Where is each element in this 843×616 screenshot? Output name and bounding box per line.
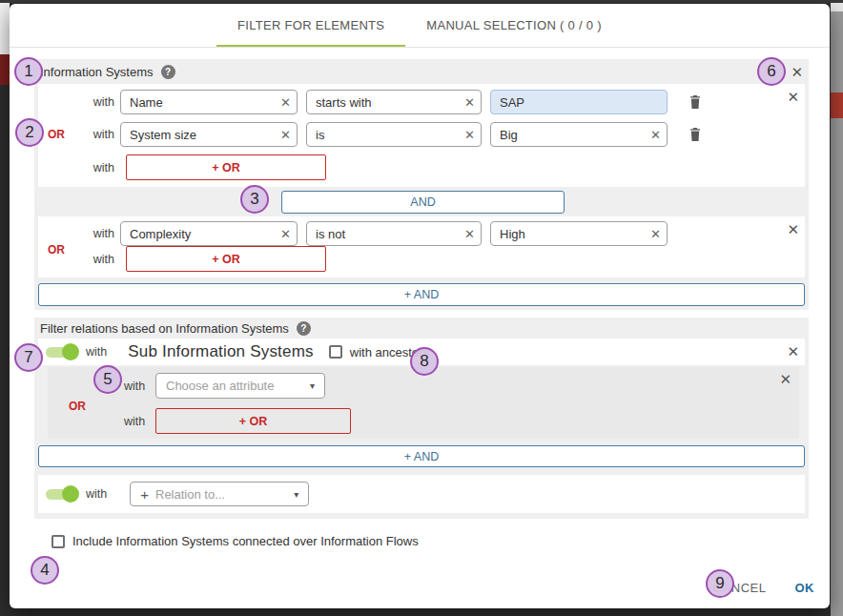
operator-select[interactable]: is ✕ — [306, 122, 482, 147]
dropdown-placeholder: Choose an attribute — [166, 379, 310, 393]
element-filter-section: Information Systems ? ✕ OR ✕ with Name ✕ — [34, 59, 809, 310]
or-group: OR ✕ with Complexity ✕ is not ✕ — [38, 216, 805, 277]
operator-value: is not — [316, 227, 345, 241]
filter-row: with Choose an attribute ▾ — [48, 373, 799, 399]
close-relation-icon[interactable]: ✕ — [787, 344, 799, 359]
backdrop-fragment — [831, 92, 843, 118]
value-text: SAP — [500, 95, 524, 110]
with-label: with — [82, 253, 114, 266]
filter-row: with + OR — [82, 154, 805, 180]
filter-dialog: FILTER FOR ELEMENTS MANUAL SELECTION ( 0… — [10, 4, 830, 608]
or-connector-label: OR — [48, 128, 65, 141]
filter-row: with + OR — [48, 408, 799, 434]
attribute-value: Name — [130, 95, 163, 110]
relation-toggle[interactable] — [46, 487, 78, 501]
clear-icon[interactable]: ✕ — [459, 227, 475, 241]
filter-row: with + OR — [82, 246, 805, 272]
dropdown-placeholder: Relation to... — [155, 487, 294, 502]
relation-to-dropdown[interactable]: + Relation to... ▾ — [130, 482, 309, 506]
attribute-select[interactable]: System size ✕ — [120, 122, 298, 147]
include-flows-checkbox[interactable] — [51, 535, 65, 548]
attribute-value: Complexity — [130, 227, 191, 241]
section-title: Information Systems — [40, 65, 154, 79]
and-connector-button[interactable]: AND — [281, 191, 565, 214]
value-input[interactable]: High ✕ — [490, 221, 668, 246]
clear-icon[interactable]: ✕ — [275, 95, 291, 110]
annotation-7: 7 — [14, 343, 43, 372]
backdrop-fragment — [0, 0, 843, 3]
with-label: with — [82, 227, 114, 240]
annotation-3: 3 — [240, 185, 269, 214]
with-label: with — [82, 128, 114, 141]
annotation-4: 4 — [31, 556, 59, 585]
add-relation-row: with + Relation to... ▾ — [38, 475, 805, 513]
relation-name: Sub Information Systems — [128, 342, 314, 361]
attribute-dropdown[interactable]: Choose an attribute ▾ — [155, 373, 325, 399]
tab-manual-selection[interactable]: MANUAL SELECTION ( 0 / 0 ) — [405, 4, 623, 47]
attribute-select[interactable]: Complexity ✕ — [120, 221, 298, 246]
operator-select[interactable]: starts with ✕ — [306, 90, 482, 114]
attribute-select[interactable]: Name ✕ — [120, 90, 298, 114]
backdrop-fragment — [0, 0, 10, 54]
with-ancestors-checkbox[interactable] — [329, 345, 342, 359]
help-icon[interactable]: ? — [297, 321, 311, 336]
relation-filter-header: Filter relations based on Information Sy… — [38, 318, 805, 339]
value-text: Big — [500, 128, 518, 142]
section-title: Filter relations based on Information Sy… — [40, 321, 289, 336]
filter-row: with System size ✕ is ✕ Big ✕ — [82, 122, 805, 147]
chevron-down-icon: ▾ — [294, 489, 298, 500]
add-and-button[interactable]: + AND — [38, 283, 805, 306]
relation-or-group: ✕ OR with Choose an attribute ▾ with + O… — [48, 367, 799, 439]
close-group-icon[interactable]: ✕ — [787, 222, 799, 236]
with-label: with — [86, 487, 107, 501]
add-and-button[interactable]: + AND — [38, 445, 805, 467]
close-group-icon[interactable]: ✕ — [779, 372, 792, 386]
ok-button[interactable]: OK — [795, 581, 815, 595]
clear-icon[interactable]: ✕ — [645, 128, 661, 142]
add-or-button[interactable]: + OR — [126, 246, 326, 272]
close-group-icon[interactable]: ✕ — [787, 90, 799, 104]
with-label: with — [82, 95, 114, 109]
dialog-content: Information Systems ? ✕ OR ✕ with Name ✕ — [10, 48, 830, 548]
element-filter-header: Information Systems ? — [38, 59, 805, 84]
or-group: OR ✕ with Name ✕ starts with ✕ — [38, 84, 805, 187]
include-flows-row: Include Information Systems connected ov… — [51, 534, 809, 548]
operator-value: is — [316, 128, 324, 142]
clear-icon[interactable]: ✕ — [459, 95, 475, 110]
plus-icon: + — [140, 486, 149, 503]
value-input[interactable]: Big ✕ — [490, 122, 668, 147]
operator-select[interactable]: is not ✕ — [306, 221, 482, 246]
attribute-value: System size — [130, 128, 196, 142]
filter-row: with Name ✕ starts with ✕ SAP — [82, 90, 805, 114]
value-text: High — [500, 227, 525, 241]
trash-icon[interactable] — [689, 95, 701, 109]
help-icon[interactable]: ? — [161, 65, 175, 79]
annotation-5: 5 — [93, 365, 122, 394]
with-label: with — [124, 380, 143, 393]
add-or-button[interactable]: + OR — [126, 154, 326, 180]
screenshot-stage: FILTER FOR ELEMENTS MANUAL SELECTION ( 0… — [0, 0, 843, 616]
chevron-down-icon: ▾ — [310, 380, 315, 391]
annotation-9: 9 — [706, 569, 734, 598]
value-input[interactable]: SAP — [490, 90, 668, 114]
tab-filter-for-elements[interactable]: FILTER FOR ELEMENTS — [216, 4, 405, 47]
trash-icon[interactable] — [689, 128, 701, 141]
add-or-button[interactable]: + OR — [155, 408, 351, 434]
annotation-1: 1 — [14, 57, 43, 86]
with-label: with — [86, 345, 107, 359]
annotation-2: 2 — [15, 118, 44, 147]
clear-icon[interactable]: ✕ — [275, 227, 291, 241]
annotation-8: 8 — [410, 347, 439, 376]
with-label: with — [124, 415, 143, 428]
include-flows-label: Include Information Systems connected ov… — [72, 534, 419, 548]
clear-icon[interactable]: ✕ — [275, 128, 291, 142]
toggle-knob — [62, 343, 79, 360]
tab-bar: FILTER FOR ELEMENTS MANUAL SELECTION ( 0… — [10, 4, 830, 48]
clear-icon[interactable]: ✕ — [645, 227, 661, 241]
relation-toggle[interactable] — [46, 345, 78, 359]
close-section-icon[interactable]: ✕ — [791, 65, 803, 79]
toggle-knob — [62, 485, 79, 503]
operator-value: starts with — [316, 95, 372, 110]
clear-icon[interactable]: ✕ — [459, 128, 475, 142]
or-connector-label: OR — [69, 400, 86, 413]
